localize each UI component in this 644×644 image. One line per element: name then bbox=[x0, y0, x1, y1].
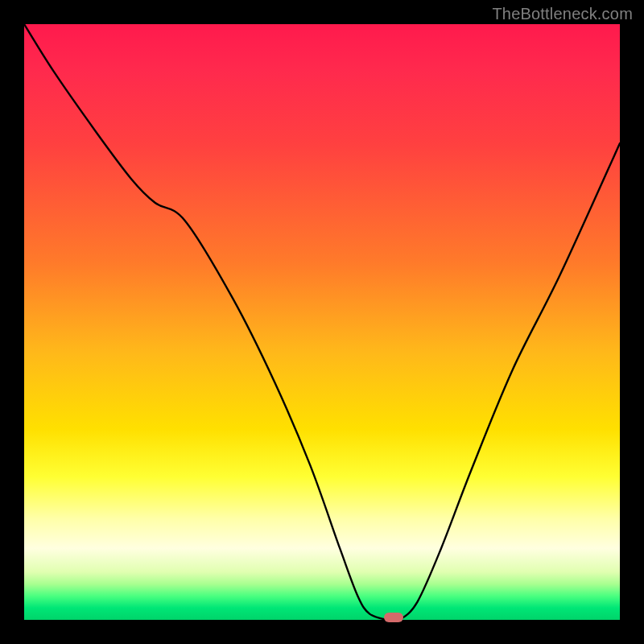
plot-area bbox=[24, 24, 620, 620]
chart-frame: TheBottleneck.com bbox=[0, 0, 644, 644]
bottleneck-curve bbox=[24, 24, 620, 620]
watermark-text: TheBottleneck.com bbox=[492, 5, 633, 23]
optimal-marker bbox=[384, 613, 403, 622]
